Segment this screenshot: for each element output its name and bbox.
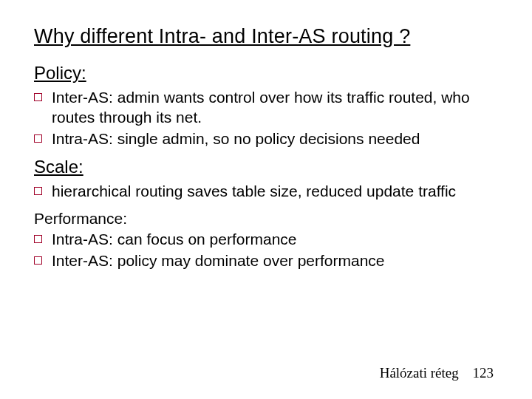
footer-label: Hálózati réteg bbox=[380, 365, 459, 381]
page-number: 123 bbox=[473, 365, 494, 381]
slide-footer: Hálózati réteg 123 bbox=[380, 365, 494, 381]
list-item: Inter-AS: admin wants control over how i… bbox=[34, 88, 498, 128]
bullet-list-scale: hierarchical routing saves table size, r… bbox=[34, 182, 498, 202]
list-item: Inter-AS: policy may dominate over perfo… bbox=[34, 251, 498, 271]
list-item: hierarchical routing saves table size, r… bbox=[34, 182, 498, 202]
slide-title: Why different Intra- and Inter-AS routin… bbox=[34, 25, 498, 48]
section-heading-performance: Performance: bbox=[34, 209, 498, 229]
bullet-list-policy: Inter-AS: admin wants control over how i… bbox=[34, 88, 498, 149]
section-heading-policy: Policy: bbox=[34, 63, 498, 83]
list-item: Intra-AS: can focus on performance bbox=[34, 230, 498, 250]
slide: Why different Intra- and Inter-AS routin… bbox=[0, 0, 532, 399]
section-heading-scale: Scale: bbox=[34, 157, 498, 177]
bullet-list-performance: Intra-AS: can focus on performance Inter… bbox=[34, 230, 498, 271]
list-item: Intra-AS: single admin, so no policy dec… bbox=[34, 129, 498, 149]
